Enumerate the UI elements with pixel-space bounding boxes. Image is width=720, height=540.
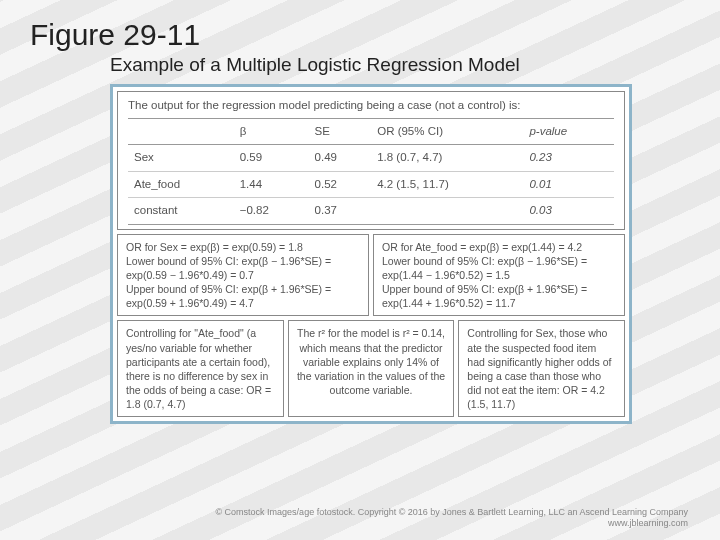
cell-or: 4.2 (1.5, 11.7) [371,171,523,198]
cell-name: Ate_food [128,171,234,198]
regression-table: β SE OR (95% CI) p-value Sex 0.59 0.49 1… [128,118,614,225]
cell-p: 0.23 [523,145,614,172]
cell-p: 0.01 [523,171,614,198]
calc-box-sex: OR for Sex = exp(β) = exp(0.59) = 1.8 Lo… [117,234,369,317]
col-or: OR (95% CI) [371,118,523,145]
copyright-block: © Comstock Images/age fotostock. Copyrig… [215,507,688,530]
table-row: Sex 0.59 0.49 1.8 (0.7, 4.7) 0.23 [128,145,614,172]
interp-box-r2: The r² for the model is r² = 0.14, which… [288,320,455,417]
calc-line: Lower bound of 95% CI: exp(β − 1.96*SE) … [382,254,616,282]
cell-p: 0.03 [523,198,614,225]
cell-se: 0.49 [309,145,372,172]
figure-subtitle: Example of a Multiple Logistic Regressio… [110,54,690,76]
cell-or: 1.8 (0.7, 4.7) [371,145,523,172]
copyright-url: www.jblearning.com [215,518,688,530]
cell-beta: 0.59 [234,145,309,172]
cell-beta: 1.44 [234,171,309,198]
calc-line: Upper bound of 95% CI: exp(β + 1.96*SE) … [382,282,616,310]
col-se: SE [309,118,372,145]
intro-text: The output for the regression model pred… [128,99,521,111]
cell-beta: −0.82 [234,198,309,225]
calculation-row: OR for Sex = exp(β) = exp(0.59) = 1.8 Lo… [117,234,625,317]
cell-name: Sex [128,145,234,172]
col-pvalue: p-value [523,118,614,145]
col-blank [128,118,234,145]
interp-box-sex: Controlling for "Ate_food" (a yes/no var… [117,320,284,417]
table-header-row: β SE OR (95% CI) p-value [128,118,614,145]
calc-line: Lower bound of 95% CI: exp(β − 1.96*SE) … [126,254,360,282]
figure-label: Figure 29-11 [30,18,690,52]
cell-or [371,198,523,225]
calc-line: OR for Sex = exp(β) = exp(0.59) = 1.8 [126,240,360,254]
interp-box-atefood: Controlling for Sex, those who ate the s… [458,320,625,417]
table-row: Ate_food 1.44 0.52 4.2 (1.5, 11.7) 0.01 [128,171,614,198]
cell-name: constant [128,198,234,225]
cell-se: 0.52 [309,171,372,198]
intro-text-box: The output for the regression model pred… [117,91,625,230]
col-beta: β [234,118,309,145]
cell-se: 0.37 [309,198,372,225]
interpretation-row: Controlling for "Ate_food" (a yes/no var… [117,320,625,417]
calc-line: Upper bound of 95% CI: exp(β + 1.96*SE) … [126,282,360,310]
copyright-line: © Comstock Images/age fotostock. Copyrig… [215,507,688,519]
calc-line: OR for Ate_food = exp(β) = exp(1.44) = 4… [382,240,616,254]
calc-box-atefood: OR for Ate_food = exp(β) = exp(1.44) = 4… [373,234,625,317]
table-row: constant −0.82 0.37 0.03 [128,198,614,225]
example-panel: The output for the regression model pred… [110,84,632,424]
